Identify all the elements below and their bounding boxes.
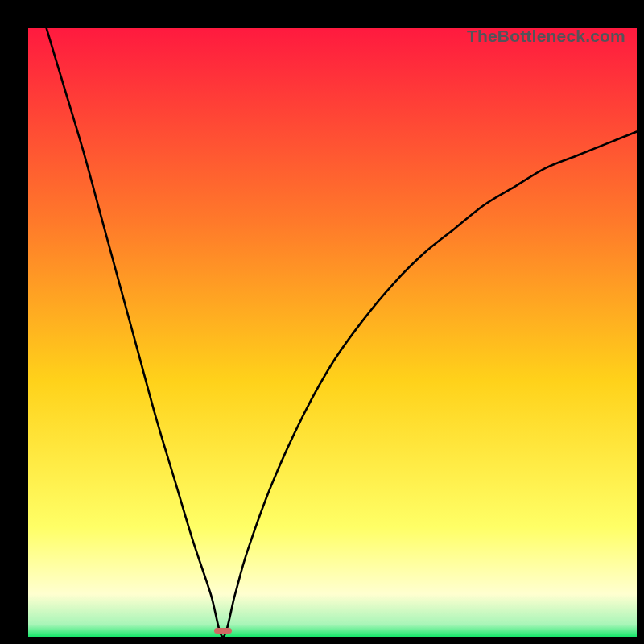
minimum-marker <box>214 628 233 634</box>
plot-area: TheBottleneck.com <box>28 28 637 637</box>
plot-frame: TheBottleneck.com <box>10 10 634 634</box>
watermark-text: TheBottleneck.com <box>467 28 625 46</box>
bottleneck-curve <box>28 28 637 637</box>
